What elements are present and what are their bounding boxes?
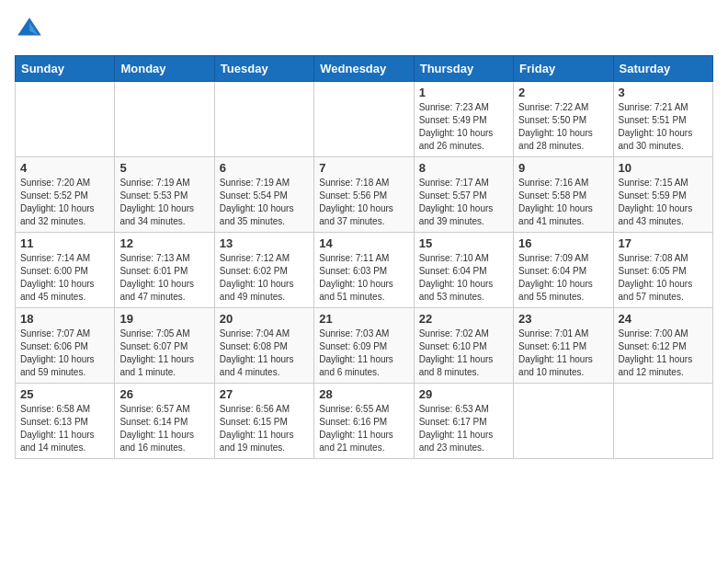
day-number: 4: [20, 161, 109, 175]
logo-icon: [15, 15, 44, 44]
day-number: 8: [419, 161, 508, 175]
calendar-cell: 16Sunrise: 7:09 AM Sunset: 6:04 PM Dayli…: [514, 233, 613, 308]
weekday-header-thursday: Thursday: [414, 56, 513, 82]
day-info: Sunrise: 7:08 AM Sunset: 6:05 PM Dayligh…: [619, 252, 708, 304]
calendar-cell: 9Sunrise: 7:16 AM Sunset: 5:58 PM Daylig…: [514, 157, 613, 233]
week-row-5: 25Sunrise: 6:58 AM Sunset: 6:13 PM Dayli…: [16, 384, 713, 459]
day-info: Sunrise: 7:12 AM Sunset: 6:02 PM Dayligh…: [220, 252, 309, 304]
logo: [15, 15, 48, 44]
day-info: Sunrise: 7:11 AM Sunset: 6:03 PM Dayligh…: [319, 252, 408, 304]
day-number: 28: [319, 387, 408, 401]
day-number: 25: [20, 387, 109, 401]
page-header: [15, 15, 713, 44]
day-info: Sunrise: 6:55 AM Sunset: 6:16 PM Dayligh…: [319, 403, 408, 454]
day-number: 15: [419, 236, 508, 250]
weekday-header-sunday: Sunday: [16, 56, 115, 82]
weekday-header-monday: Monday: [115, 56, 214, 82]
calendar-cell: 1Sunrise: 7:23 AM Sunset: 5:49 PM Daylig…: [414, 82, 513, 157]
day-number: 7: [319, 161, 408, 175]
day-info: Sunrise: 7:19 AM Sunset: 5:54 PM Dayligh…: [220, 177, 309, 228]
calendar-cell: 13Sunrise: 7:12 AM Sunset: 6:02 PM Dayli…: [214, 233, 313, 308]
day-info: Sunrise: 7:03 AM Sunset: 6:09 PM Dayligh…: [319, 327, 408, 379]
day-number: 22: [419, 312, 508, 326]
day-number: 5: [119, 161, 209, 175]
day-number: 12: [119, 236, 209, 250]
calendar-cell: 10Sunrise: 7:15 AM Sunset: 5:59 PM Dayli…: [613, 157, 712, 233]
day-info: Sunrise: 7:07 AM Sunset: 6:06 PM Dayligh…: [20, 327, 109, 379]
day-info: Sunrise: 7:23 AM Sunset: 5:49 PM Dayligh…: [419, 101, 508, 153]
weekday-header-saturday: Saturday: [613, 56, 712, 82]
day-info: Sunrise: 7:00 AM Sunset: 6:12 PM Dayligh…: [619, 327, 708, 379]
day-info: Sunrise: 7:22 AM Sunset: 5:50 PM Dayligh…: [518, 101, 608, 153]
calendar-cell: 25Sunrise: 6:58 AM Sunset: 6:13 PM Dayli…: [16, 384, 115, 459]
calendar-table: SundayMondayTuesdayWednesdayThursdayFrid…: [15, 55, 713, 459]
week-row-4: 18Sunrise: 7:07 AM Sunset: 6:06 PM Dayli…: [16, 308, 713, 384]
calendar-cell: 23Sunrise: 7:01 AM Sunset: 6:11 PM Dayli…: [514, 308, 613, 384]
day-info: Sunrise: 7:04 AM Sunset: 6:08 PM Dayligh…: [220, 327, 309, 379]
day-info: Sunrise: 7:01 AM Sunset: 6:11 PM Dayligh…: [518, 327, 608, 379]
day-number: 24: [619, 312, 708, 326]
day-number: 16: [518, 236, 608, 250]
calendar-cell: 14Sunrise: 7:11 AM Sunset: 6:03 PM Dayli…: [314, 233, 414, 308]
day-info: Sunrise: 7:18 AM Sunset: 5:56 PM Dayligh…: [319, 177, 408, 228]
day-info: Sunrise: 7:17 AM Sunset: 5:57 PM Dayligh…: [419, 177, 508, 228]
day-info: Sunrise: 7:19 AM Sunset: 5:53 PM Dayligh…: [119, 177, 209, 228]
day-number: 29: [419, 387, 508, 401]
day-number: 17: [619, 236, 708, 250]
day-info: Sunrise: 7:02 AM Sunset: 6:10 PM Dayligh…: [419, 327, 508, 379]
calendar-cell: 15Sunrise: 7:10 AM Sunset: 6:04 PM Dayli…: [414, 233, 513, 308]
day-info: Sunrise: 6:57 AM Sunset: 6:14 PM Dayligh…: [119, 403, 209, 454]
calendar-cell: [214, 82, 313, 157]
calendar-cell: 6Sunrise: 7:19 AM Sunset: 5:54 PM Daylig…: [214, 157, 313, 233]
day-number: 23: [518, 312, 608, 326]
day-info: Sunrise: 7:13 AM Sunset: 6:01 PM Dayligh…: [119, 252, 209, 304]
calendar-cell: 19Sunrise: 7:05 AM Sunset: 6:07 PM Dayli…: [115, 308, 214, 384]
day-info: Sunrise: 6:53 AM Sunset: 6:17 PM Dayligh…: [419, 403, 508, 454]
calendar-cell: 20Sunrise: 7:04 AM Sunset: 6:08 PM Dayli…: [214, 308, 313, 384]
calendar-cell: 28Sunrise: 6:55 AM Sunset: 6:16 PM Dayli…: [314, 384, 414, 459]
calendar-cell: 18Sunrise: 7:07 AM Sunset: 6:06 PM Dayli…: [16, 308, 115, 384]
day-number: 27: [220, 387, 309, 401]
weekday-header-row: SundayMondayTuesdayWednesdayThursdayFrid…: [16, 56, 713, 82]
day-number: 18: [20, 312, 109, 326]
calendar-cell: 17Sunrise: 7:08 AM Sunset: 6:05 PM Dayli…: [613, 233, 712, 308]
calendar-cell: 11Sunrise: 7:14 AM Sunset: 6:00 PM Dayli…: [16, 233, 115, 308]
week-row-3: 11Sunrise: 7:14 AM Sunset: 6:00 PM Dayli…: [16, 233, 713, 308]
day-info: Sunrise: 7:05 AM Sunset: 6:07 PM Dayligh…: [119, 327, 209, 379]
week-row-2: 4Sunrise: 7:20 AM Sunset: 5:52 PM Daylig…: [16, 157, 713, 233]
weekday-header-tuesday: Tuesday: [214, 56, 313, 82]
day-number: 11: [20, 236, 109, 250]
calendar-cell: 24Sunrise: 7:00 AM Sunset: 6:12 PM Dayli…: [613, 308, 712, 384]
day-number: 13: [220, 236, 309, 250]
calendar-cell: [514, 384, 613, 459]
day-number: 21: [319, 312, 408, 326]
calendar-cell: 27Sunrise: 6:56 AM Sunset: 6:15 PM Dayli…: [214, 384, 313, 459]
day-info: Sunrise: 7:09 AM Sunset: 6:04 PM Dayligh…: [518, 252, 608, 304]
day-info: Sunrise: 7:10 AM Sunset: 6:04 PM Dayligh…: [419, 252, 508, 304]
day-number: 14: [319, 236, 408, 250]
day-info: Sunrise: 6:56 AM Sunset: 6:15 PM Dayligh…: [220, 403, 309, 454]
day-number: 9: [518, 161, 608, 175]
calendar-cell: 2Sunrise: 7:22 AM Sunset: 5:50 PM Daylig…: [514, 82, 613, 157]
calendar-cell: [115, 82, 214, 157]
calendar-cell: 29Sunrise: 6:53 AM Sunset: 6:17 PM Dayli…: [414, 384, 513, 459]
calendar-cell: [613, 384, 712, 459]
calendar-cell: 8Sunrise: 7:17 AM Sunset: 5:57 PM Daylig…: [414, 157, 513, 233]
day-info: Sunrise: 7:15 AM Sunset: 5:59 PM Dayligh…: [619, 177, 708, 228]
calendar-cell: [314, 82, 414, 157]
day-number: 26: [119, 387, 209, 401]
calendar-cell: 26Sunrise: 6:57 AM Sunset: 6:14 PM Dayli…: [115, 384, 214, 459]
calendar-cell: 7Sunrise: 7:18 AM Sunset: 5:56 PM Daylig…: [314, 157, 414, 233]
calendar-cell: 4Sunrise: 7:20 AM Sunset: 5:52 PM Daylig…: [16, 157, 115, 233]
day-info: Sunrise: 7:14 AM Sunset: 6:00 PM Dayligh…: [20, 252, 109, 304]
week-row-1: 1Sunrise: 7:23 AM Sunset: 5:49 PM Daylig…: [16, 82, 713, 157]
weekday-header-wednesday: Wednesday: [314, 56, 414, 82]
day-number: 10: [619, 161, 708, 175]
day-number: 3: [619, 86, 708, 99]
calendar-cell: 22Sunrise: 7:02 AM Sunset: 6:10 PM Dayli…: [414, 308, 513, 384]
day-info: Sunrise: 6:58 AM Sunset: 6:13 PM Dayligh…: [20, 403, 109, 454]
day-number: 2: [518, 86, 608, 99]
calendar-cell: 21Sunrise: 7:03 AM Sunset: 6:09 PM Dayli…: [314, 308, 414, 384]
day-number: 20: [220, 312, 309, 326]
day-info: Sunrise: 7:16 AM Sunset: 5:58 PM Dayligh…: [518, 177, 608, 228]
